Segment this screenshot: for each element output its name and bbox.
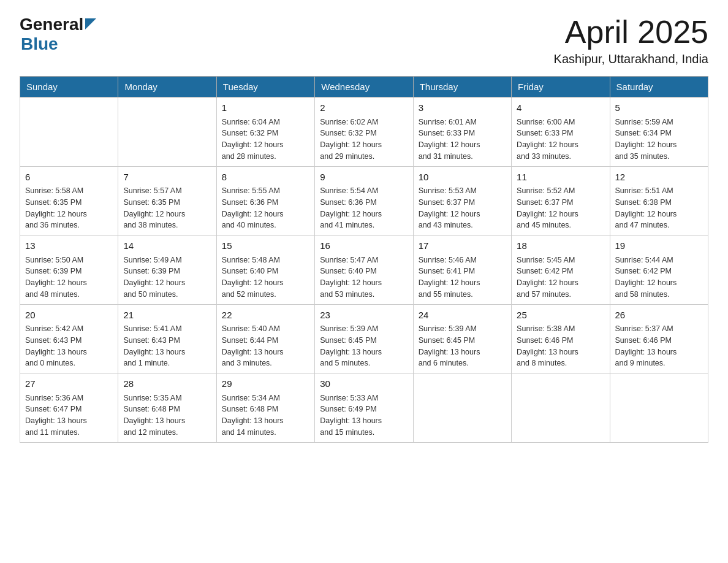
calendar-cell: 28Sunrise: 5:35 AM Sunset: 6:48 PM Dayli…	[118, 373, 216, 443]
calendar-week-row: 1Sunrise: 6:04 AM Sunset: 6:32 PM Daylig…	[20, 98, 708, 167]
day-info: Sunrise: 5:34 AM Sunset: 6:48 PM Dayligh…	[222, 393, 309, 439]
day-info: Sunrise: 6:04 AM Sunset: 6:32 PM Dayligh…	[222, 117, 309, 163]
day-number: 30	[320, 377, 408, 391]
calendar-cell: 12Sunrise: 5:51 AM Sunset: 6:38 PM Dayli…	[610, 166, 708, 236]
day-number: 12	[615, 170, 703, 185]
day-number: 24	[419, 308, 506, 323]
calendar-week-row: 27Sunrise: 5:36 AM Sunset: 6:47 PM Dayli…	[20, 373, 708, 443]
day-info: Sunrise: 5:45 AM Sunset: 6:42 PM Dayligh…	[517, 255, 604, 301]
calendar-cell	[413, 373, 511, 443]
calendar-week-row: 13Sunrise: 5:50 AM Sunset: 6:39 PM Dayli…	[20, 236, 708, 305]
logo-general-text: General	[20, 15, 83, 34]
calendar-week-row: 6Sunrise: 5:58 AM Sunset: 6:35 PM Daylig…	[20, 166, 708, 236]
day-number: 15	[222, 239, 309, 253]
day-info: Sunrise: 5:46 AM Sunset: 6:41 PM Dayligh…	[419, 255, 506, 301]
day-number: 20	[25, 308, 113, 323]
calendar-cell: 26Sunrise: 5:37 AM Sunset: 6:46 PM Dayli…	[610, 304, 708, 373]
calendar-table: SundayMondayTuesdayWednesdayThursdayFrid…	[20, 76, 708, 443]
day-number: 28	[123, 377, 211, 391]
calendar-week-row: 20Sunrise: 5:42 AM Sunset: 6:43 PM Dayli…	[20, 304, 708, 373]
svg-marker-0	[85, 18, 96, 29]
calendar-cell: 10Sunrise: 5:53 AM Sunset: 6:37 PM Dayli…	[413, 166, 511, 236]
day-info: Sunrise: 5:44 AM Sunset: 6:42 PM Dayligh…	[615, 255, 703, 301]
calendar-cell: 3Sunrise: 6:01 AM Sunset: 6:33 PM Daylig…	[413, 98, 511, 167]
day-info: Sunrise: 5:38 AM Sunset: 6:46 PM Dayligh…	[517, 323, 604, 369]
calendar-cell	[118, 98, 216, 167]
day-number: 22	[222, 308, 309, 323]
calendar-cell: 4Sunrise: 6:00 AM Sunset: 6:33 PM Daylig…	[512, 98, 610, 167]
weekday-header-row: SundayMondayTuesdayWednesdayThursdayFrid…	[20, 77, 708, 98]
day-info: Sunrise: 5:59 AM Sunset: 6:34 PM Dayligh…	[615, 117, 703, 163]
calendar-cell: 14Sunrise: 5:49 AM Sunset: 6:39 PM Dayli…	[118, 236, 216, 305]
day-info: Sunrise: 6:02 AM Sunset: 6:32 PM Dayligh…	[320, 117, 408, 163]
day-number: 19	[615, 239, 703, 253]
calendar-cell: 1Sunrise: 6:04 AM Sunset: 6:32 PM Daylig…	[216, 98, 314, 167]
day-info: Sunrise: 5:36 AM Sunset: 6:47 PM Dayligh…	[25, 393, 113, 439]
day-number: 7	[123, 170, 211, 185]
day-number: 13	[25, 239, 113, 253]
calendar-cell: 7Sunrise: 5:57 AM Sunset: 6:35 PM Daylig…	[118, 166, 216, 236]
day-info: Sunrise: 5:39 AM Sunset: 6:45 PM Dayligh…	[419, 323, 506, 369]
day-number: 29	[222, 377, 309, 391]
day-info: Sunrise: 6:00 AM Sunset: 6:33 PM Dayligh…	[517, 117, 604, 163]
day-info: Sunrise: 5:49 AM Sunset: 6:39 PM Dayligh…	[123, 255, 211, 301]
calendar-cell: 24Sunrise: 5:39 AM Sunset: 6:45 PM Dayli…	[413, 304, 511, 373]
calendar-cell	[20, 98, 118, 167]
calendar-cell: 13Sunrise: 5:50 AM Sunset: 6:39 PM Dayli…	[20, 236, 118, 305]
weekday-header: Sunday	[20, 77, 118, 98]
calendar-cell: 2Sunrise: 6:02 AM Sunset: 6:32 PM Daylig…	[315, 98, 413, 167]
day-number: 16	[320, 239, 408, 253]
day-number: 18	[517, 239, 604, 253]
day-info: Sunrise: 5:51 AM Sunset: 6:38 PM Dayligh…	[615, 185, 703, 231]
day-info: Sunrise: 5:48 AM Sunset: 6:40 PM Dayligh…	[222, 255, 309, 301]
day-info: Sunrise: 6:01 AM Sunset: 6:33 PM Dayligh…	[419, 117, 506, 163]
day-info: Sunrise: 5:41 AM Sunset: 6:43 PM Dayligh…	[123, 323, 211, 369]
calendar-cell: 23Sunrise: 5:39 AM Sunset: 6:45 PM Dayli…	[315, 304, 413, 373]
day-number: 9	[320, 170, 408, 185]
calendar-cell: 18Sunrise: 5:45 AM Sunset: 6:42 PM Dayli…	[512, 236, 610, 305]
day-number: 25	[517, 308, 604, 323]
day-number: 27	[25, 377, 113, 391]
calendar-cell	[512, 373, 610, 443]
calendar-cell: 19Sunrise: 5:44 AM Sunset: 6:42 PM Dayli…	[610, 236, 708, 305]
day-number: 3	[419, 101, 506, 115]
calendar-cell	[610, 373, 708, 443]
calendar-cell: 30Sunrise: 5:33 AM Sunset: 6:49 PM Dayli…	[315, 373, 413, 443]
day-number: 10	[419, 170, 506, 185]
calendar-cell: 11Sunrise: 5:52 AM Sunset: 6:37 PM Dayli…	[512, 166, 610, 236]
logo-arrow-icon	[85, 18, 96, 32]
day-number: 6	[25, 170, 113, 185]
month-year-title: April 2025	[554, 15, 708, 50]
day-number: 5	[615, 101, 703, 115]
day-number: 14	[123, 239, 211, 253]
day-number: 17	[419, 239, 506, 253]
calendar-cell: 25Sunrise: 5:38 AM Sunset: 6:46 PM Dayli…	[512, 304, 610, 373]
day-info: Sunrise: 5:55 AM Sunset: 6:36 PM Dayligh…	[222, 185, 309, 231]
calendar-cell: 27Sunrise: 5:36 AM Sunset: 6:47 PM Dayli…	[20, 373, 118, 443]
calendar-cell: 9Sunrise: 5:54 AM Sunset: 6:36 PM Daylig…	[315, 166, 413, 236]
day-info: Sunrise: 5:33 AM Sunset: 6:49 PM Dayligh…	[320, 393, 408, 439]
day-info: Sunrise: 5:39 AM Sunset: 6:45 PM Dayligh…	[320, 323, 408, 369]
calendar-cell: 15Sunrise: 5:48 AM Sunset: 6:40 PM Dayli…	[216, 236, 314, 305]
day-info: Sunrise: 5:53 AM Sunset: 6:37 PM Dayligh…	[419, 185, 506, 231]
day-number: 21	[123, 308, 211, 323]
day-number: 8	[222, 170, 309, 185]
day-info: Sunrise: 5:47 AM Sunset: 6:40 PM Dayligh…	[320, 255, 408, 301]
day-info: Sunrise: 5:42 AM Sunset: 6:43 PM Dayligh…	[25, 323, 113, 369]
location-text: Kashipur, Uttarakhand, India	[554, 52, 708, 66]
day-info: Sunrise: 5:57 AM Sunset: 6:35 PM Dayligh…	[123, 185, 211, 231]
calendar-cell: 6Sunrise: 5:58 AM Sunset: 6:35 PM Daylig…	[20, 166, 118, 236]
weekday-header: Thursday	[413, 77, 511, 98]
day-info: Sunrise: 5:35 AM Sunset: 6:48 PM Dayligh…	[123, 393, 211, 439]
day-number: 23	[320, 308, 408, 323]
weekday-header: Wednesday	[315, 77, 413, 98]
title-section: April 2025 Kashipur, Uttarakhand, India	[554, 15, 708, 66]
day-info: Sunrise: 5:50 AM Sunset: 6:39 PM Dayligh…	[25, 255, 113, 301]
weekday-header: Monday	[118, 77, 216, 98]
day-number: 26	[615, 308, 703, 323]
calendar-cell: 22Sunrise: 5:40 AM Sunset: 6:44 PM Dayli…	[216, 304, 314, 373]
calendar-cell: 17Sunrise: 5:46 AM Sunset: 6:41 PM Dayli…	[413, 236, 511, 305]
logo-blue-text: Blue	[21, 34, 58, 53]
day-info: Sunrise: 5:58 AM Sunset: 6:35 PM Dayligh…	[25, 185, 113, 231]
calendar-cell: 20Sunrise: 5:42 AM Sunset: 6:43 PM Dayli…	[20, 304, 118, 373]
